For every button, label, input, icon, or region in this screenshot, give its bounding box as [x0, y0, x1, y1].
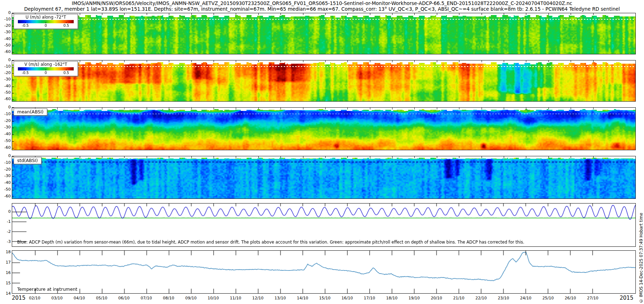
x-date-tick — [57, 108, 58, 109]
x-axis-date-label: 14/10 — [297, 296, 308, 300]
y-depth-tick — [12, 93, 14, 93]
figure-title-line1: IMOS/ANMN/NSW/ORS065/Velocity/IMOS_ANMN-… — [0, 0, 644, 6]
y-tick-label: -50 — [0, 139, 11, 143]
y-tick-label: 16 — [0, 271, 11, 275]
u-velocity-legend: U (m/s) along -72°T -0.500.5 — [14, 14, 78, 29]
x-date-tick — [147, 156, 147, 158]
x-date-tick — [303, 60, 303, 62]
x-date-tick — [593, 13, 594, 15]
x-date-tick — [526, 108, 526, 109]
x-date-tick — [571, 13, 571, 15]
y-depth-tick — [12, 33, 14, 33]
x-date-tick — [214, 156, 214, 158]
y-depth-tick — [12, 141, 14, 142]
x-axis-date-label: 23/10 — [498, 296, 509, 300]
y-tick-label: -1 — [0, 220, 11, 224]
x-date-tick — [80, 108, 80, 109]
x-date-tick — [258, 108, 259, 109]
x-date-tick — [526, 60, 526, 62]
y-tick-label: -20 — [0, 71, 11, 75]
x-date-tick — [504, 108, 504, 109]
y-depth-tick — [12, 99, 14, 100]
x-date-tick — [258, 60, 259, 62]
x-date-tick — [548, 13, 549, 15]
y-depth-tick — [12, 183, 14, 183]
y-depth-tick — [12, 190, 14, 190]
mean-absi-label: mean(ABSI) — [14, 108, 47, 116]
figure-title-line2: Deployment 67, member 1 lat=33.89S lon=1… — [0, 6, 644, 12]
colorbar-tick-mark — [25, 69, 25, 70]
panel-u-velocity: U (m/s) along -72°T -0.500.5 — [12, 13, 636, 54]
x-date-tick — [258, 13, 259, 15]
x-date-tick — [571, 108, 571, 109]
y-tick-label: 0 — [0, 11, 11, 15]
y-tick-label: -50 — [0, 187, 11, 192]
x-date-tick — [169, 108, 169, 109]
x-date-tick — [370, 156, 370, 158]
y-tick-label: -10 — [0, 17, 11, 21]
x-axis-date-label: 09/10 — [185, 296, 197, 300]
x-date-tick — [370, 60, 370, 62]
x-date-tick — [571, 156, 571, 158]
x-date-tick — [191, 60, 192, 62]
y-tick-label: 0 — [0, 154, 11, 158]
x-axis-date-label: 17/10 — [364, 296, 375, 300]
x-date-tick — [437, 13, 437, 15]
x-date-tick — [414, 60, 415, 62]
x-date-tick — [147, 60, 147, 62]
y-tick-label: -20 — [0, 119, 11, 123]
y-tick-label: -40 — [0, 37, 11, 41]
y-tick-label: -20 — [0, 167, 11, 172]
x-date-tick — [214, 60, 214, 62]
x-axis-date-label: 15/10 — [319, 296, 331, 300]
x-axis-year-right: 2015 — [620, 295, 633, 301]
x-date-tick — [236, 156, 236, 158]
depth-variation-note: Blue: ADCP Depth (m) variation from sens… — [17, 240, 524, 245]
panel-std-absi: std(ABSI) — [12, 156, 636, 199]
y-depth-tick — [12, 148, 14, 148]
y-tick-label: -30 — [0, 125, 11, 129]
x-date-tick — [459, 108, 459, 109]
x-date-tick — [191, 13, 192, 15]
colorbar-tick-mark — [66, 69, 67, 70]
x-axis-date-label: 22/10 — [475, 296, 487, 300]
x-date-tick — [325, 108, 326, 109]
x-date-tick — [347, 60, 348, 62]
panel-mean-absi: mean(ABSI) — [12, 107, 636, 150]
x-date-tick — [437, 108, 437, 109]
y-tick-label: -30 — [0, 77, 11, 82]
x-date-tick — [414, 156, 415, 158]
y-tick-label: -3 — [0, 240, 11, 244]
v-velocity-legend: V (m/s) along -162°T -0.500.5 — [14, 61, 78, 76]
x-date-tick — [459, 13, 459, 15]
x-axis-date-label: 24/10 — [520, 296, 532, 300]
y-tick-label: -10 — [0, 112, 11, 116]
colorbar-tick-label: -0.5 — [22, 24, 29, 28]
x-date-tick — [325, 156, 326, 158]
x-date-tick — [102, 60, 102, 62]
y-tick-label: 17 — [0, 260, 11, 265]
x-date-tick — [280, 60, 281, 62]
x-date-tick — [593, 108, 594, 109]
x-date-tick — [392, 108, 392, 109]
x-axis-date-label: 07/10 — [141, 296, 152, 300]
x-date-tick — [370, 108, 370, 109]
y-tick-label: -60 — [0, 97, 11, 101]
x-axis-date-label: 18/10 — [386, 296, 397, 300]
panel-depth-variation: Blue: ADCP Depth (m) variation from sens… — [12, 203, 636, 247]
x-date-tick — [325, 60, 326, 62]
x-date-tick — [414, 13, 415, 15]
x-date-tick — [459, 156, 459, 158]
x-axis-date-label: 12/10 — [252, 296, 264, 300]
x-date-tick — [124, 60, 125, 62]
y-depth-tick — [12, 46, 14, 46]
x-date-tick — [504, 60, 504, 62]
panel-v-velocity: V (m/s) along -162°T -0.500.5 — [12, 60, 636, 102]
x-date-tick — [593, 156, 594, 158]
x-date-tick — [57, 156, 58, 158]
x-date-tick — [392, 13, 392, 15]
y-tick-label: -30 — [0, 174, 11, 178]
x-axis-date-label: 08/10 — [163, 296, 174, 300]
x-axis-date-label: 26/10 — [565, 296, 576, 300]
colorbar-tick-label: 0.5 — [63, 24, 69, 28]
